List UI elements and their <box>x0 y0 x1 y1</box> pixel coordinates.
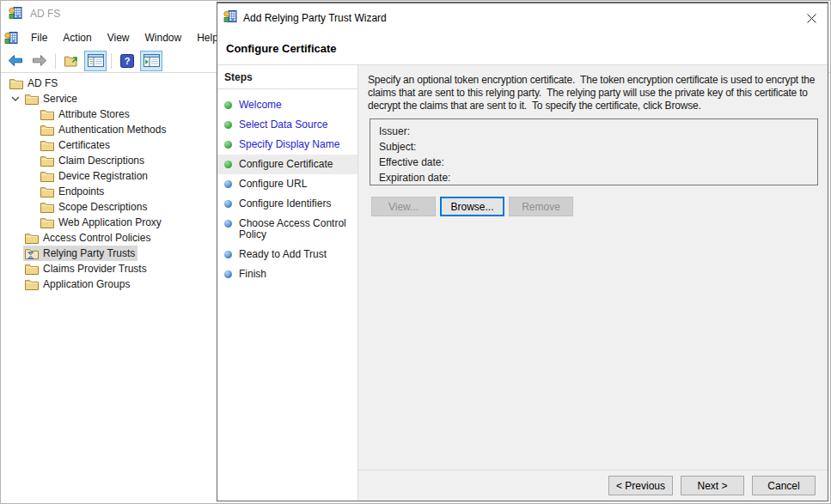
step-label: Configure Identifiers <box>239 198 331 209</box>
help-button[interactable]: ? <box>116 51 138 71</box>
folder-icon <box>40 155 54 167</box>
adfs-icon <box>9 6 22 20</box>
console-menu-icon <box>4 31 18 45</box>
folder-icon <box>25 233 39 244</box>
close-icon <box>807 14 816 23</box>
folder-icon <box>25 94 39 105</box>
steps-header: Steps <box>217 65 357 89</box>
folder-icon <box>40 186 54 197</box>
wizard-content: Specify an optional token encryption cer… <box>358 65 828 501</box>
forward-button[interactable] <box>28 51 51 71</box>
chevron-down-icon <box>11 96 20 101</box>
folder-icon <box>40 140 54 151</box>
step-bullet-icon <box>224 121 232 129</box>
step-label: Ready to Add Trust <box>239 249 327 260</box>
step-label: Configure URL <box>239 179 307 190</box>
tree-item-label: Certificates <box>58 139 110 151</box>
cert-field-effective-date: Effective date: <box>379 155 809 170</box>
wizard-step-ready-to-add-trust: Ready to Add Trust <box>217 245 357 264</box>
toolbar-separator <box>55 53 56 69</box>
adfs-icon <box>223 9 237 23</box>
wizard-step-configure-identifiers: Configure Identifiers <box>217 194 357 214</box>
step-bullet-icon <box>224 251 232 258</box>
console-window-title: AD FS <box>30 8 60 20</box>
adfs-icon <box>4 31 18 45</box>
folder-icon <box>40 155 54 167</box>
tree-item-label: Access Control Policies <box>43 232 150 244</box>
certificate-details-box: Issuer:Subject:Effective date:Expiration… <box>370 118 818 185</box>
cert-field-subject: Subject: <box>379 139 809 155</box>
folder-icon <box>40 109 54 120</box>
steps-list: WelcomeSelect Data SourceSpecify Display… <box>217 89 357 284</box>
wizard-step-specify-display-name[interactable]: Specify Display Name <box>217 135 357 155</box>
wizard-step-choose-access-control-policy: Choose Access Control Policy <box>217 214 357 245</box>
wizard-step-select-data-source[interactable]: Select Data Source <box>217 115 357 135</box>
back-icon <box>8 54 23 67</box>
step-label: Specify Display Name <box>239 139 339 150</box>
certificate-actions: View... Browse... Remove <box>371 197 828 216</box>
close-button[interactable] <box>799 6 823 30</box>
up-one-level-button[interactable] <box>60 51 82 71</box>
back-button[interactable] <box>4 51 27 71</box>
step-bullet-icon <box>224 141 232 149</box>
tree-item-label: Relying Party Trusts <box>43 247 135 259</box>
show-hide-action-pane-icon <box>144 54 160 67</box>
tree-item-label: Attribute Stores <box>58 108 130 120</box>
up-one-level-icon <box>64 54 79 67</box>
menu-action[interactable]: Action <box>55 28 99 47</box>
next-button[interactable]: Next > <box>681 476 744 495</box>
step-label: Welcome <box>239 100 282 111</box>
folder-icon <box>9 78 23 89</box>
folder-icon <box>25 94 39 105</box>
wizard-titlebar: Add Relying Party Trust Wizard <box>217 3 828 32</box>
tree-item-label: Device Registration <box>58 170 148 182</box>
cert-field-expiration-date: Expiration date: <box>379 170 809 185</box>
step-bullet-icon <box>224 180 232 188</box>
folder-icon <box>40 186 54 197</box>
step-label: Finish <box>239 269 266 280</box>
show-hide-action-pane-button[interactable] <box>140 51 162 71</box>
help-icon: ? <box>120 54 134 68</box>
wizard-app-icon <box>223 9 237 26</box>
relying-party-trusts-icon <box>25 248 39 259</box>
wizard-steps-panel: Steps WelcomeSelect Data SourceSpecify D… <box>217 65 358 501</box>
remove-button: Remove <box>509 197 573 216</box>
folder-icon <box>25 279 39 290</box>
wizard-step-welcome[interactable]: Welcome <box>217 95 357 115</box>
tree-item-label: Scope Descriptions <box>58 201 147 213</box>
menu-items: FileActionViewWindowHelp <box>23 32 226 44</box>
browse-button[interactable]: Browse... <box>440 197 504 216</box>
menu-view[interactable]: View <box>100 28 137 47</box>
tree-item-label: Service <box>43 93 77 105</box>
previous-button[interactable]: < Previous <box>608 476 673 495</box>
adfs-app-icon <box>9 6 22 22</box>
step-label: Choose Access Control Policy <box>239 218 351 240</box>
show-hide-console-tree-icon <box>88 54 104 67</box>
folder-icon <box>40 217 54 228</box>
menu-window[interactable]: Window <box>137 28 190 47</box>
wizard-page-header: Configure Certificate <box>217 32 828 65</box>
menu-file[interactable]: File <box>23 28 55 47</box>
cancel-button[interactable]: Cancel <box>752 476 816 495</box>
step-bullet-icon <box>224 220 232 228</box>
wizard-step-finish: Finish <box>217 264 357 284</box>
folder-icon <box>25 264 39 275</box>
tree-item-label: Application Groups <box>43 278 130 290</box>
folder-icon <box>25 264 39 275</box>
tree-item-label: Claims Provider Trusts <box>43 263 147 275</box>
step-label: Configure Certificate <box>239 159 333 170</box>
page-title: Configure Certificate <box>226 42 337 55</box>
wizard-title: Add Relying Party Trust Wizard <box>243 12 387 24</box>
certificate-description-text: Specify an optional token encryption cer… <box>368 74 825 112</box>
tree-item-label: Endpoints <box>58 185 104 197</box>
step-label: Select Data Source <box>239 119 327 131</box>
tree-item-label: Web Application Proxy <box>58 216 162 228</box>
tree-expander-icon[interactable] <box>8 96 23 101</box>
toolbar-separator <box>111 53 112 69</box>
wizard-nav-bar: < Previous Next > Cancel <box>358 470 828 501</box>
step-bullet-icon <box>224 200 232 208</box>
step-bullet-icon <box>224 270 232 278</box>
folder-icon <box>25 279 39 290</box>
show-hide-console-tree-button[interactable] <box>84 51 107 71</box>
folder-icon <box>25 233 39 244</box>
